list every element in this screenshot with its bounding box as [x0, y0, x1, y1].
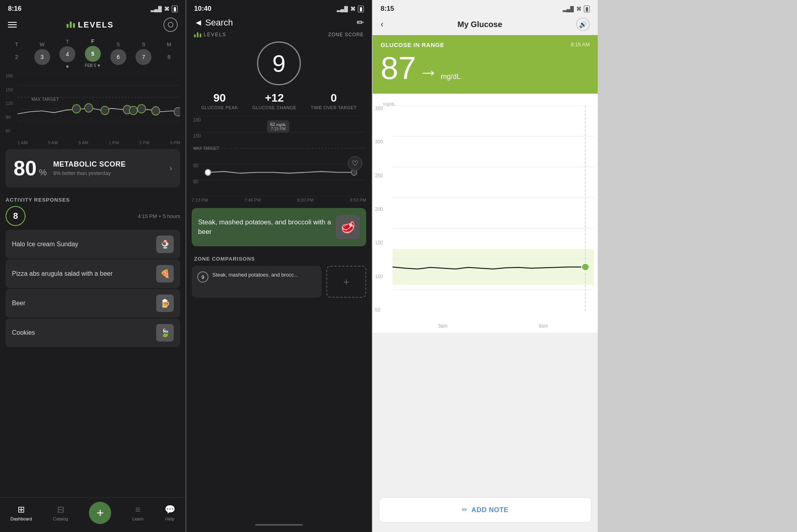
date-bar: T 2 W 3 T 4 F 5 FEB 5 ▼ S 6 S — [0, 36, 186, 70]
food-card-thumbnail: 🥩 — [336, 215, 360, 239]
screen2-zone-detail: 10:40 ▂▄█ ⌘ ▮ ◄ Search ✏ LEVELS ZONE SC — [186, 0, 372, 532]
battery-icon: ▮ — [172, 6, 178, 12]
hamburger-menu-icon[interactable] — [8, 22, 17, 27]
chart-tooltip: 62 mg/dL 7:15 PM — [267, 120, 289, 133]
page-title: My Glucose — [457, 20, 502, 29]
screen2-glucose-chart: 62 mg/dL 7:15 PM 180 150 MAX TARGET 90 6… — [192, 116, 366, 196]
wifi-icon3: ⌘ — [576, 6, 581, 12]
help-icon: 💬 — [165, 505, 175, 515]
zone-header: LEVELS ZONE SCORE — [186, 32, 372, 41]
date-item-sat[interactable]: S 6 — [108, 41, 129, 65]
wifi-icon2: ⌘ — [350, 6, 355, 12]
stat-glucose-peak: 90 GLUCOSE PEAK — [201, 92, 238, 110]
home-indicator — [255, 524, 303, 526]
signal-icon: ▂▄█ — [151, 6, 162, 12]
svg-text:180: 180 — [193, 118, 201, 122]
food-thumb-4: 🍃 — [156, 324, 174, 342]
zone-comp-item-1[interactable]: 9 Steak, mashed potatoes, and brocc... — [192, 266, 322, 298]
svg-text:90: 90 — [193, 163, 198, 168]
zone-logo: LEVELS — [194, 32, 226, 37]
glucose-change-label: GLUCOSE CHANGE — [252, 105, 296, 110]
nav-help-label: Help — [165, 516, 175, 521]
wifi-icon: ⌘ — [164, 6, 169, 12]
glucose-banner: GLUCOSE IN RANGE 8:15 AM 87 → mg/dL — [373, 35, 598, 94]
tooltip-time: 7:15 PM — [271, 127, 286, 131]
bottom-nav: ⊞ Dashboard ⊟ Catalog + ≡ Learn 💬 Help — [0, 497, 186, 532]
target-icon[interactable] — [163, 18, 178, 32]
chart-y-labels: 1801501209060 — [6, 73, 13, 133]
glucose-unit: mg/dL — [441, 73, 461, 81]
screen2-status-bar: 10:40 ▂▄█ ⌘ ▮ — [186, 0, 372, 15]
mg-dl-label: mg/dL — [377, 98, 402, 106]
date-item-mon[interactable]: M 8 — [159, 41, 179, 65]
zone-comparisons-list: 9 Steak, mashed potatoes, and brocc... + — [186, 266, 372, 298]
screen3-time: 8:15 — [381, 5, 394, 13]
glucose-peak-label: GLUCOSE PEAK — [201, 105, 238, 110]
activity-score-circle: 8 — [6, 206, 26, 226]
metabolic-title: METABOLIC SCORE — [53, 160, 169, 169]
add-button[interactable]: + — [89, 502, 111, 524]
food-card-text: Steak, mashed potatoes, and broccoli wit… — [198, 218, 331, 237]
date-item-fri[interactable]: F 5 FEB 5 ▼ — [82, 38, 103, 68]
speaker-icon[interactable]: 🔊 — [576, 18, 590, 31]
food-item-4[interactable]: Cookies 🍃 — [6, 318, 180, 347]
nav-help[interactable]: 💬 Help — [165, 505, 175, 521]
activity-header-row: 8 4:15 PM + 5 hours — [0, 206, 186, 230]
svg-point-11 — [152, 107, 160, 115]
add-comparison-button[interactable]: + — [326, 266, 366, 298]
levels-label: LEVELS — [204, 32, 226, 37]
date-item-sun[interactable]: S 7 — [133, 41, 154, 65]
screen1-time: 8:16 — [8, 5, 22, 13]
app-name: LEVELS — [78, 20, 114, 29]
nav-dashboard-label: Dashboard — [10, 516, 32, 521]
back-button[interactable]: ◄ Search — [194, 18, 233, 28]
svg-text:150: 150 — [193, 133, 201, 138]
chart3-svg — [393, 106, 594, 321]
food-item-2[interactable]: Pizza abs arugula salad with a beer 🍕 — [6, 259, 180, 288]
nav-learn-label: Learn — [132, 516, 143, 521]
glucose-time: 8:15 AM — [571, 41, 590, 47]
glucose-change-value: +12 — [252, 92, 296, 104]
glucose-in-range-label: GLUCOSE IN RANGE — [381, 41, 444, 48]
screen3-glucose-chart: mg/dL — [373, 94, 598, 333]
learn-icon: ≡ — [135, 505, 141, 515]
svg-point-9 — [130, 106, 137, 115]
signal-icon2: ▂▄█ — [337, 6, 348, 12]
food-item-1[interactable]: Halo Ice cream Sunday 🍨 — [6, 230, 180, 259]
svg-point-6 — [84, 104, 92, 112]
metabolic-score-card[interactable]: 80 % METABOLIC SCORE 8% better than yest… — [6, 149, 180, 187]
glucose-peak-value: 90 — [201, 92, 238, 104]
food-name-4: Cookies — [12, 329, 35, 336]
screen3-top-bar: ‹ My Glucose 🔊 — [373, 15, 598, 35]
chart3-x-labels: 3am 6am — [393, 323, 594, 329]
add-note-button[interactable]: ✏ ADD NOTE — [379, 497, 591, 522]
food-item-3[interactable]: Beer 🍺 — [6, 289, 180, 318]
nav-catalog[interactable]: ⊟ Catalog — [53, 505, 68, 521]
food-list: Halo Ice cream Sunday 🍨 Pizza abs arugul… — [0, 230, 186, 347]
activity-time: 4:15 PM + 5 hours — [137, 213, 180, 219]
screen2-time: 10:40 — [194, 5, 211, 13]
edit-button[interactable]: ✏ — [357, 18, 364, 28]
food-card[interactable]: Steak, mashed potatoes, and broccoli wit… — [192, 208, 366, 246]
zone-comp-score-1: 9 — [197, 271, 208, 283]
screen3-status-icons: ▂▄█ ⌘ ▮ — [563, 6, 590, 12]
tooltip-value: 62 mg/dL — [270, 122, 286, 127]
nav-learn[interactable]: ≡ Learn — [132, 505, 143, 521]
dashboard-icon: ⊞ — [18, 505, 25, 515]
date-item-thu[interactable]: T 4 — [57, 39, 78, 68]
screen1-status-icons: ▂▄█ ⌘ ▮ — [151, 6, 178, 12]
nav-catalog-label: Catalog — [53, 516, 68, 521]
battery-icon3: ▮ — [584, 6, 590, 12]
svg-point-10 — [137, 104, 145, 113]
date-item-wed[interactable]: W 3 — [32, 41, 53, 65]
date-item-tue[interactable]: T 2 — [6, 41, 27, 65]
heart-button[interactable]: ♡ — [348, 156, 362, 171]
back-button3[interactable]: ‹ — [381, 19, 383, 29]
screen1-top-bar: LEVELS — [0, 15, 186, 36]
stats-row: 90 GLUCOSE PEAK +12 GLUCOSE CHANGE 0 TIM… — [186, 92, 372, 116]
pencil-icon: ✏ — [462, 506, 467, 514]
stat-glucose-change: +12 GLUCOSE CHANGE — [252, 92, 296, 110]
catalog-icon: ⊟ — [57, 505, 64, 515]
nav-dashboard[interactable]: ⊞ Dashboard — [10, 505, 32, 521]
speaker-glyph: 🔊 — [579, 21, 587, 28]
